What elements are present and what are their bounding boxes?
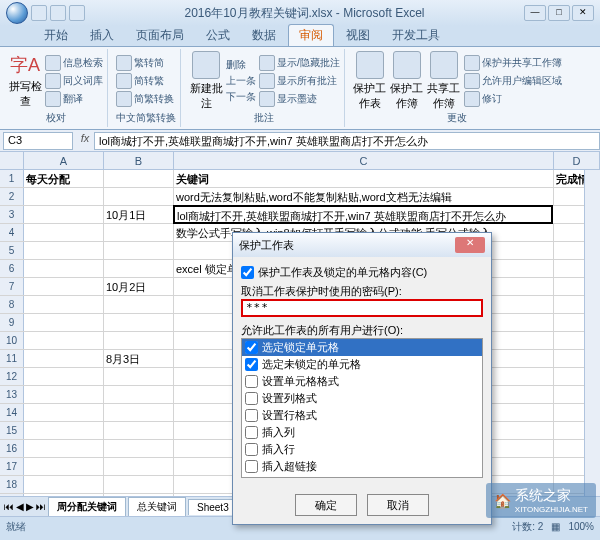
toggle-comment-button[interactable]: 显示/隐藏批注: [259, 55, 340, 71]
row-header[interactable]: 8: [0, 296, 24, 313]
permission-checkbox[interactable]: [245, 426, 258, 439]
permission-item[interactable]: 删除列: [242, 475, 482, 478]
permission-checkbox[interactable]: [245, 477, 258, 478]
cell[interactable]: [24, 404, 104, 421]
cell[interactable]: [24, 242, 104, 259]
permission-item[interactable]: 选定锁定单元格: [242, 339, 482, 356]
cell[interactable]: [24, 458, 104, 475]
share-workbook-button[interactable]: 共享工作簿: [427, 51, 461, 111]
permission-checkbox[interactable]: [245, 443, 258, 456]
cell[interactable]: [24, 206, 104, 223]
cell[interactable]: 10月2日: [104, 278, 174, 295]
cell[interactable]: [24, 368, 104, 385]
cell[interactable]: [104, 242, 174, 259]
permission-checkbox[interactable]: [245, 409, 258, 422]
row-header[interactable]: 1: [0, 170, 24, 187]
cell[interactable]: [24, 278, 104, 295]
permission-item[interactable]: 插入行: [242, 441, 482, 458]
col-a[interactable]: A: [24, 152, 104, 169]
new-comment-button[interactable]: 新建批注: [189, 51, 223, 111]
permission-item[interactable]: 插入超链接: [242, 458, 482, 475]
sheet-nav-prev-icon[interactable]: ◀: [16, 501, 24, 512]
protect-workbook-button[interactable]: 保护工作簿: [390, 51, 424, 111]
permission-checkbox[interactable]: [245, 392, 258, 405]
cell[interactable]: [24, 386, 104, 403]
sheet-nav-first-icon[interactable]: ⏮: [4, 501, 14, 512]
formula-input[interactable]: lol商城打不开,英雄联盟商城打不开,win7 英雄联盟商店打不开怎么办: [94, 132, 600, 150]
row-header[interactable]: 2: [0, 188, 24, 205]
tab-home[interactable]: 开始: [34, 25, 78, 46]
cell[interactable]: [24, 440, 104, 457]
name-box[interactable]: C3: [3, 132, 73, 150]
cell[interactable]: [24, 224, 104, 241]
permission-item[interactable]: 设置行格式: [242, 407, 482, 424]
col-b[interactable]: B: [104, 152, 174, 169]
tab-view[interactable]: 视图: [336, 25, 380, 46]
dialog-titlebar[interactable]: 保护工作表 ✕: [233, 233, 491, 257]
cell[interactable]: [104, 296, 174, 313]
row-header[interactable]: 15: [0, 422, 24, 439]
row-header[interactable]: 10: [0, 332, 24, 349]
vertical-scrollbar[interactable]: [584, 170, 600, 496]
cell[interactable]: [24, 350, 104, 367]
cell[interactable]: [104, 332, 174, 349]
cancel-button[interactable]: 取消: [367, 494, 429, 516]
cell[interactable]: [104, 458, 174, 475]
track-changes-button[interactable]: 修订: [464, 91, 562, 107]
prev-comment-button[interactable]: 上一条: [226, 74, 256, 88]
minimize-button[interactable]: —: [524, 5, 546, 21]
cell[interactable]: 10月1日: [104, 206, 174, 223]
ok-button[interactable]: 确定: [295, 494, 357, 516]
cell[interactable]: [104, 404, 174, 421]
cell[interactable]: [104, 224, 174, 241]
cell[interactable]: [104, 188, 174, 205]
col-d[interactable]: D: [554, 152, 600, 169]
trad-to-simp-button[interactable]: 繁转简: [116, 55, 174, 71]
show-ink-button[interactable]: 显示墨迹: [259, 91, 340, 107]
redo-icon[interactable]: [69, 5, 85, 21]
password-input[interactable]: ***: [241, 299, 483, 317]
cell[interactable]: [24, 188, 104, 205]
row-header[interactable]: 11: [0, 350, 24, 367]
protect-contents-input[interactable]: [241, 266, 254, 279]
zoom-level[interactable]: 100%: [568, 521, 594, 532]
chinese-convert-button[interactable]: 简繁转换: [116, 91, 174, 107]
dialog-close-button[interactable]: ✕: [455, 237, 485, 253]
view-normal-icon[interactable]: ▦: [551, 521, 560, 532]
permission-item[interactable]: 设置单元格格式: [242, 373, 482, 390]
translate-button[interactable]: 翻译: [45, 91, 103, 107]
tab-review[interactable]: 审阅: [288, 24, 334, 46]
cell[interactable]: [104, 260, 174, 277]
sheet-nav-next-icon[interactable]: ▶: [26, 501, 34, 512]
maximize-button[interactable]: □: [548, 5, 570, 21]
protect-sheet-button[interactable]: 保护工作表: [353, 51, 387, 111]
close-button[interactable]: ✕: [572, 5, 594, 21]
row-header[interactable]: 12: [0, 368, 24, 385]
row-header[interactable]: 7: [0, 278, 24, 295]
row-header[interactable]: 3: [0, 206, 24, 223]
sheet-tab-3[interactable]: Sheet3: [188, 499, 238, 515]
tab-formulas[interactable]: 公式: [196, 25, 240, 46]
cell[interactable]: [24, 494, 104, 496]
cell[interactable]: [104, 386, 174, 403]
allow-edit-ranges-button[interactable]: 允许用户编辑区域: [464, 73, 562, 89]
cell[interactable]: [24, 260, 104, 277]
next-comment-button[interactable]: 下一条: [226, 90, 256, 104]
tab-data[interactable]: 数据: [242, 25, 286, 46]
permission-item[interactable]: 设置列格式: [242, 390, 482, 407]
sheet-tab-1[interactable]: 周分配关键词: [48, 497, 126, 516]
cell[interactable]: word无法复制粘贴,word不能复制粘贴,word文档无法编辑: [174, 188, 554, 205]
cell[interactable]: lol商城打不开,英雄联盟商城打不开,win7 英雄联盟商店打不开怎么办: [173, 205, 553, 224]
permission-checkbox[interactable]: [245, 358, 258, 371]
save-icon[interactable]: [31, 5, 47, 21]
cell[interactable]: [24, 476, 104, 493]
permission-checkbox[interactable]: [245, 341, 258, 354]
cell[interactable]: [104, 440, 174, 457]
fx-icon[interactable]: fx: [76, 132, 94, 150]
tab-insert[interactable]: 插入: [80, 25, 124, 46]
row-header[interactable]: 14: [0, 404, 24, 421]
protect-contents-checkbox[interactable]: 保护工作表及锁定的单元格内容(C): [241, 265, 483, 280]
permission-checkbox[interactable]: [245, 375, 258, 388]
office-orb-icon[interactable]: [6, 2, 28, 24]
permission-checkbox[interactable]: [245, 460, 258, 473]
